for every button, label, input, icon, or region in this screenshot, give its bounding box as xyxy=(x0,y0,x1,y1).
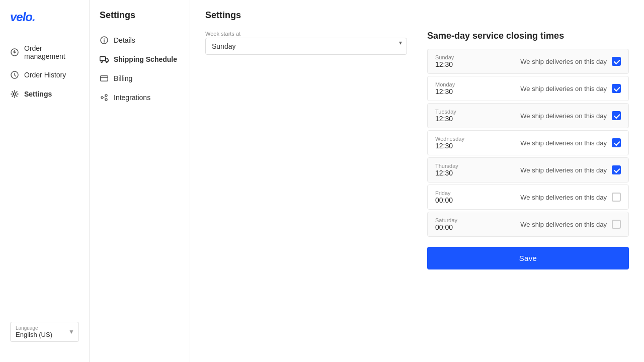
settings-nav-shipping-schedule[interactable]: Shipping Schedule xyxy=(90,50,190,69)
ship-deliveries-label: We ship deliveries on this day xyxy=(520,85,607,93)
svg-point-9 xyxy=(101,97,103,99)
table-row: Friday00:00We ship deliveries on this da… xyxy=(427,185,629,210)
main-content: Settings Week starts at Sunday Monday ▾ … xyxy=(190,0,644,362)
sidebar-item-settings[interactable]: Settings xyxy=(0,84,89,104)
day-info: Thursday12:30 xyxy=(435,163,520,177)
table-row: Saturday00:00We ship deliveries on this … xyxy=(427,212,629,237)
ship-deliveries-label: We ship deliveries on this day xyxy=(520,112,607,120)
table-row: Tuesday12:30We ship deliveries on this d… xyxy=(427,103,629,128)
svg-point-6 xyxy=(101,61,103,63)
sidebar-footer: Language English (US) ▼ xyxy=(0,312,89,352)
right-column: Same-day service closing times Sunday12:… xyxy=(427,31,629,269)
language-value: English (US) xyxy=(16,331,73,338)
columns-layout: Week starts at Sunday Monday ▾ Same-day … xyxy=(205,31,629,269)
sidebar-item-order-management[interactable]: Order management xyxy=(0,39,89,65)
week-starts-label: Week starts at xyxy=(205,31,407,37)
day-name: Friday xyxy=(435,190,520,196)
card-icon xyxy=(100,74,109,83)
day-time: 12:30 xyxy=(435,115,520,123)
schedule-list: Sunday12:30We ship deliveries on this da… xyxy=(427,49,629,237)
settings-nav-integrations[interactable]: Integrations xyxy=(90,88,190,107)
save-button-wrapper: Save xyxy=(427,247,629,269)
svg-point-4 xyxy=(104,38,105,39)
week-starts-section: Week starts at Sunday Monday ▾ xyxy=(205,31,407,55)
history-icon xyxy=(10,70,19,79)
ship-deliveries-label: We ship deliveries on this day xyxy=(520,139,607,147)
day-info: Friday00:00 xyxy=(435,190,520,204)
week-starts-dropdown-wrapper: Week starts at Sunday Monday ▾ xyxy=(205,31,407,55)
day-info: Sunday12:30 xyxy=(435,54,520,68)
settings-nav-billing[interactable]: Billing xyxy=(90,69,190,88)
truck-icon xyxy=(100,55,109,64)
ship-checkbox[interactable] xyxy=(612,138,621,147)
left-column: Week starts at Sunday Monday ▾ xyxy=(205,31,407,269)
day-time: 12:30 xyxy=(435,169,520,177)
week-starts-select[interactable]: Sunday Monday xyxy=(205,38,407,55)
ship-deliveries-label: We ship deliveries on this day xyxy=(520,221,607,228)
integrations-icon xyxy=(100,93,109,102)
settings-nav-details-label: Details xyxy=(114,36,135,44)
settings-panel-title: Settings xyxy=(90,10,190,31)
svg-rect-8 xyxy=(101,76,108,81)
settings-nav-integrations-label: Integrations xyxy=(114,94,150,102)
ship-checkbox[interactable] xyxy=(612,220,621,229)
same-day-title: Same-day service closing times xyxy=(427,31,629,41)
gear-icon xyxy=(10,89,19,99)
day-time: 00:00 xyxy=(435,223,520,231)
svg-point-10 xyxy=(105,95,107,97)
svg-point-2 xyxy=(14,93,16,96)
ship-checkbox[interactable] xyxy=(612,111,621,120)
day-name: Wednesday xyxy=(435,136,520,142)
table-row: Thursday12:30We ship deliveries on this … xyxy=(427,157,629,183)
sidebar-item-order-history[interactable]: Order History xyxy=(0,65,89,84)
svg-point-11 xyxy=(105,99,107,101)
svg-rect-5 xyxy=(100,57,106,61)
day-name: Monday xyxy=(435,81,520,87)
ship-deliveries-label: We ship deliveries on this day xyxy=(520,194,607,201)
day-time: 12:30 xyxy=(435,60,520,68)
download-icon xyxy=(10,48,19,57)
settings-panel: Settings Details Shipping Schedule xyxy=(90,0,190,362)
day-info: Tuesday12:30 xyxy=(435,109,520,123)
svg-point-7 xyxy=(106,61,108,63)
day-name: Thursday xyxy=(435,163,520,169)
day-time: 12:30 xyxy=(435,87,520,96)
ship-deliveries-label: We ship deliveries on this day xyxy=(520,166,607,174)
day-name: Sunday xyxy=(435,54,520,60)
content-title: Settings xyxy=(205,10,629,21)
sidebar: velo. Order management Order History Set… xyxy=(0,0,90,362)
day-info: Wednesday12:30 xyxy=(435,136,520,150)
info-icon xyxy=(100,36,109,45)
day-time: 00:00 xyxy=(435,196,520,204)
settings-nav-shipping-label: Shipping Schedule xyxy=(114,55,177,63)
day-info: Monday12:30 xyxy=(435,81,520,96)
ship-deliveries-label: We ship deliveries on this day xyxy=(520,58,607,65)
ship-checkbox[interactable] xyxy=(612,165,621,174)
sidebar-label-order-management: Order management xyxy=(24,44,79,60)
settings-nav-details[interactable]: Details xyxy=(90,31,190,50)
sidebar-label-order-history: Order History xyxy=(24,71,66,79)
logo: velo. xyxy=(0,10,89,39)
day-time: 12:30 xyxy=(435,142,520,150)
chevron-down-icon: ▼ xyxy=(68,328,74,335)
save-button[interactable]: Save xyxy=(427,247,629,269)
settings-nav-billing-label: Billing xyxy=(114,74,132,82)
day-info: Saturday00:00 xyxy=(435,217,520,231)
table-row: Sunday12:30We ship deliveries on this da… xyxy=(427,49,629,74)
ship-checkbox[interactable] xyxy=(612,84,621,93)
ship-checkbox[interactable] xyxy=(612,57,621,66)
language-label: Language xyxy=(16,325,73,331)
day-name: Saturday xyxy=(435,217,520,223)
ship-checkbox[interactable] xyxy=(612,193,621,202)
day-name: Tuesday xyxy=(435,109,520,115)
table-row: Wednesday12:30We ship deliveries on this… xyxy=(427,130,629,155)
logo-text: velo. xyxy=(10,10,35,24)
language-selector[interactable]: Language English (US) ▼ xyxy=(10,322,79,342)
sidebar-label-settings: Settings xyxy=(24,90,52,98)
table-row: Monday12:30We ship deliveries on this da… xyxy=(427,76,629,101)
